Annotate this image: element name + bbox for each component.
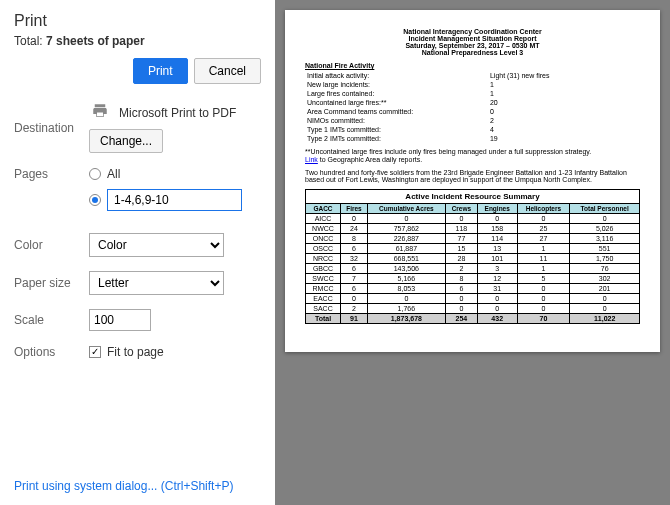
doc-header: National Interagency Coordination Center… xyxy=(305,28,640,56)
system-dialog-link[interactable]: Print using system dialog... (Ctrl+Shift… xyxy=(14,479,261,493)
destination-label: Destination xyxy=(14,121,89,135)
pages-all-label: All xyxy=(107,167,120,181)
table-row: ONCC8226,88777114273,116 xyxy=(306,234,640,244)
fire-activity-table: Initial attack activity:Light (31) new f… xyxy=(305,70,640,144)
scale-input[interactable] xyxy=(89,309,151,331)
print-button[interactable]: Print xyxy=(133,58,188,84)
paper-row: Paper size Letter xyxy=(14,271,261,295)
radio-all[interactable] xyxy=(89,168,101,180)
table-row: NRCC32668,55128101111,750 xyxy=(306,254,640,264)
table-row: RMCC68,0536310201 xyxy=(306,284,640,294)
table-row: SACC21,7660000 xyxy=(306,304,640,314)
scale-label: Scale xyxy=(14,313,89,327)
preview-area: National Interagency Coordination Center… xyxy=(275,0,670,505)
fit-checkbox[interactable] xyxy=(89,346,101,358)
fire-section-title: National Fire Activity xyxy=(305,62,640,69)
table-row: EACC000000 xyxy=(306,294,640,304)
color-label: Color xyxy=(14,238,89,252)
pages-label: Pages xyxy=(14,167,89,181)
print-panel: Print Total: 7 sheets of paper Print Can… xyxy=(0,0,275,505)
soldier-paragraph: Two hundred and forty-five soldiers from… xyxy=(305,169,640,183)
color-row: Color Color xyxy=(14,233,261,257)
options-label: Options xyxy=(14,345,89,359)
table-row: AICC000000 xyxy=(306,214,640,224)
scale-row: Scale xyxy=(14,309,261,331)
table-row: OSCC661,88715131551 xyxy=(306,244,640,254)
pages-custom-input[interactable] xyxy=(107,189,242,211)
document-page: National Interagency Coordination Center… xyxy=(285,10,660,352)
destination-name: Microsoft Print to PDF xyxy=(119,106,236,120)
table-row: GBCC6143,50623176 xyxy=(306,264,640,274)
pages-row: Pages All xyxy=(14,167,261,219)
radio-custom[interactable] xyxy=(89,194,101,206)
destination-row: Destination Microsoft Print to PDF Chang… xyxy=(14,102,261,153)
dialog-title: Print xyxy=(14,12,261,30)
table-row: SWCC75,1668125302 xyxy=(306,274,640,284)
total-line: Total: 7 sheets of paper xyxy=(14,34,261,48)
table-total-row: Total911,873,6782544327011,022 xyxy=(306,314,640,324)
summary-header-row: GACCFiresCumulative AcresCrewsEnginesHel… xyxy=(306,204,640,214)
change-destination-button[interactable]: Change... xyxy=(89,129,163,153)
printer-icon xyxy=(89,102,111,123)
geo-link[interactable]: Link xyxy=(305,156,318,163)
total-value: 7 sheets of paper xyxy=(46,34,145,48)
pages-all-row[interactable]: All xyxy=(89,167,261,181)
summary-caption: Active Incident Resource Summary xyxy=(305,189,640,203)
table-row: NWCC24757,862118158255,026 xyxy=(306,224,640,234)
pages-custom-row[interactable] xyxy=(89,189,261,211)
fit-label: Fit to page xyxy=(107,345,164,359)
fire-note: **Uncontained large fires include only f… xyxy=(305,148,640,155)
options-row: Options Fit to page xyxy=(14,345,261,359)
paper-select[interactable]: Letter xyxy=(89,271,224,295)
cancel-button[interactable]: Cancel xyxy=(194,58,261,84)
button-row: Print Cancel xyxy=(14,58,261,84)
paper-label: Paper size xyxy=(14,276,89,290)
total-prefix: Total: xyxy=(14,34,46,48)
summary-table: Active Incident Resource Summary GACCFir… xyxy=(305,189,640,324)
link-line: Link to Geographic Area daily reports. xyxy=(305,156,640,163)
color-select[interactable]: Color xyxy=(89,233,224,257)
